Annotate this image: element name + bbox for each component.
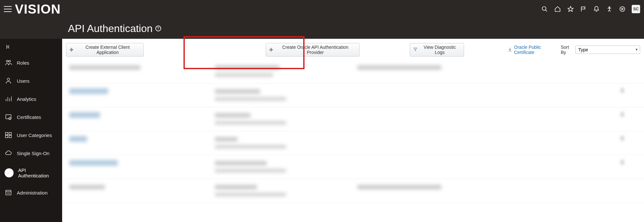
bell-icon[interactable] xyxy=(593,5,600,13)
list-row[interactable] xyxy=(62,107,644,131)
svg-point-8 xyxy=(7,78,9,80)
download-icon xyxy=(508,47,512,53)
plus-icon: ✚ xyxy=(269,47,273,52)
svg-marker-23 xyxy=(414,48,417,51)
certificates-icon xyxy=(5,113,12,121)
sidebar-item-label: Administration xyxy=(17,190,48,196)
page-title: API Authentication xyxy=(68,23,153,35)
analytics-icon xyxy=(5,95,12,103)
sidebar-item-certificates[interactable]: Certificates xyxy=(0,108,62,126)
sidebar-item-user-categories[interactable]: User Categories xyxy=(0,126,62,144)
svg-point-7 xyxy=(9,60,10,62)
filter-icon xyxy=(413,47,417,52)
sidebar-item-admin[interactable]: Administration xyxy=(0,184,62,202)
search-icon[interactable] xyxy=(541,5,548,13)
key-icon xyxy=(5,168,14,177)
toolbar: ✚ Create External Client Application ✚ C… xyxy=(62,43,644,56)
cloud-icon xyxy=(5,149,12,157)
sidebar-item-analytics[interactable]: Analytics xyxy=(0,90,62,108)
svg-point-3 xyxy=(609,7,610,8)
svg-marker-2 xyxy=(568,6,573,12)
create-oracle-provider-button[interactable]: ✚ Create Oracle API Authentication Provi… xyxy=(266,43,360,57)
plus-icon: ✚ xyxy=(70,47,73,52)
sidebar-item-sso[interactable]: Single Sign-On xyxy=(0,144,62,162)
sidebar-item-label: User Categories xyxy=(17,132,52,138)
create-external-client-button[interactable]: ✚ Create External Client Application xyxy=(66,43,144,57)
svg-point-6 xyxy=(6,60,8,62)
star-icon[interactable] xyxy=(567,5,574,13)
svg-rect-15 xyxy=(6,132,8,135)
main-content: ✚ Create External Client Application ✚ C… xyxy=(62,39,644,222)
view-diagnostic-logs-button[interactable]: View Diagnostic Logs xyxy=(410,43,464,57)
user-avatar[interactable]: SC xyxy=(632,5,640,13)
hamburger-menu-icon[interactable] xyxy=(4,5,12,13)
button-label: View Diagnostic Logs xyxy=(419,45,461,55)
sidebar-item-label: Analytics xyxy=(17,96,36,102)
sidebar-item-label: API Authentication xyxy=(18,167,58,178)
link-label: Oracle Public Certificate xyxy=(514,45,561,55)
sidebar-item-users[interactable]: Users xyxy=(0,72,62,90)
list-row[interactable] xyxy=(62,179,644,203)
collapse-sidebar-icon[interactable] xyxy=(0,41,62,54)
button-label: Create Oracle API Authentication Provide… xyxy=(275,45,356,55)
users-icon xyxy=(5,77,12,85)
sort-by-label: Sort By xyxy=(561,45,573,55)
help-icon[interactable]: ? xyxy=(155,26,161,31)
provider-list xyxy=(62,59,644,203)
sort-by-select[interactable]: Type xyxy=(575,46,640,54)
accessibility-icon[interactable] xyxy=(606,5,613,13)
home-icon[interactable] xyxy=(554,5,561,13)
svg-point-0 xyxy=(542,7,546,11)
sidebar-item-label: Certificates xyxy=(17,114,41,120)
user-categories-icon xyxy=(5,131,12,139)
sidebar-item-roles[interactable]: Roles xyxy=(0,54,62,72)
page-header: API Authentication ? xyxy=(0,18,644,39)
list-row[interactable] xyxy=(62,83,644,107)
admin-icon xyxy=(5,189,12,196)
support-icon[interactable] xyxy=(619,5,626,13)
svg-rect-18 xyxy=(9,135,11,138)
list-row[interactable] xyxy=(62,155,644,179)
svg-point-14 xyxy=(9,117,11,120)
sidebar: Roles Users Analytics Certificates User xyxy=(0,39,62,222)
topbar-icon-group: SC xyxy=(541,5,640,13)
svg-rect-17 xyxy=(6,135,8,138)
svg-rect-20 xyxy=(6,190,11,195)
flag-icon[interactable] xyxy=(580,5,587,13)
oracle-public-certificate-link[interactable]: Oracle Public Certificate xyxy=(508,45,561,55)
list-row[interactable] xyxy=(62,131,644,155)
sidebar-item-label: Roles xyxy=(17,60,29,66)
svg-line-1 xyxy=(546,10,547,12)
app-logo: VISION xyxy=(15,2,61,16)
svg-point-19 xyxy=(7,173,9,174)
sidebar-item-label: Single Sign-On xyxy=(17,151,50,156)
svg-rect-16 xyxy=(9,132,11,135)
list-row[interactable] xyxy=(62,59,644,83)
roles-icon xyxy=(5,59,12,67)
button-label: Create External Client Application xyxy=(75,45,140,55)
sidebar-item-label: Users xyxy=(17,78,29,84)
topbar: VISION SC xyxy=(0,0,644,18)
svg-rect-13 xyxy=(6,115,11,119)
sidebar-item-api-auth[interactable]: API Authentication xyxy=(0,162,62,184)
